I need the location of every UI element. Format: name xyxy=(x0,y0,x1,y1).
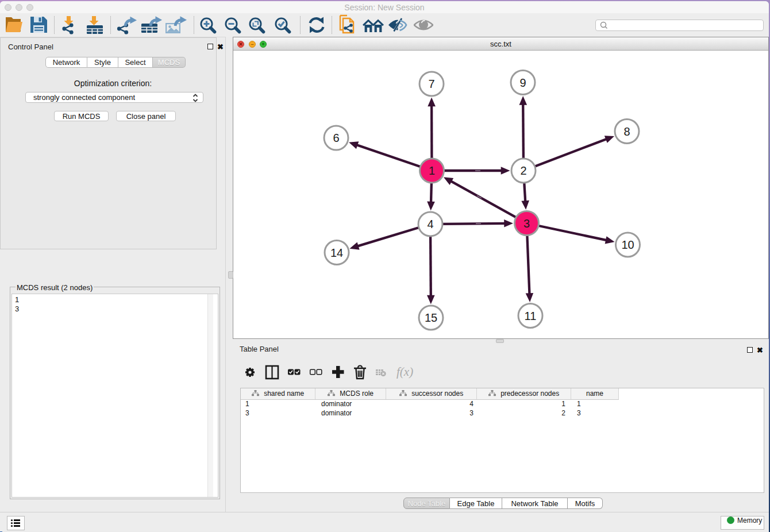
svg-text:10: 10 xyxy=(621,238,634,251)
svg-text:14: 14 xyxy=(330,246,343,259)
svg-text:15: 15 xyxy=(425,311,437,324)
svg-text:8: 8 xyxy=(623,125,630,138)
svg-text:f(x): f(x) xyxy=(396,365,413,379)
svg-text:6: 6 xyxy=(333,132,339,144)
svg-text:11: 11 xyxy=(525,310,537,322)
svg-text:2: 2 xyxy=(520,164,526,177)
svg-text:9: 9 xyxy=(519,76,526,89)
svg-text:4: 4 xyxy=(427,218,433,230)
svg-text:1: 1 xyxy=(429,164,435,177)
svg-text:3: 3 xyxy=(523,217,530,230)
svg-text:7: 7 xyxy=(428,78,434,90)
